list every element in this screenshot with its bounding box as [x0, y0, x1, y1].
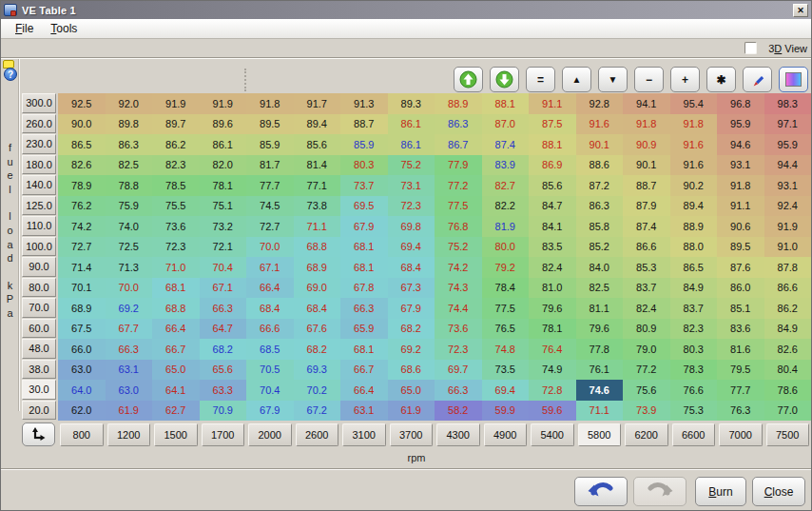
ve-cell[interactable]: 68.1	[340, 257, 388, 278]
ve-cell[interactable]: 86.1	[200, 134, 247, 155]
decrement-button[interactable]: ▼	[598, 67, 628, 92]
ve-cell[interactable]: 88.1	[529, 134, 576, 155]
ve-cell[interactable]: 77.2	[623, 360, 670, 381]
row-header-cell[interactable]: 125.0	[22, 196, 56, 216]
ve-cell[interactable]: 90.1	[576, 134, 624, 155]
ve-cell[interactable]: 83.7	[623, 278, 670, 299]
ve-cell[interactable]: 92.8	[576, 93, 624, 114]
ve-cell[interactable]: 93.1	[717, 155, 764, 176]
ve-cell[interactable]: 76.4	[529, 339, 576, 360]
ve-cell[interactable]: 69.2	[106, 298, 153, 319]
ve-cell[interactable]: 66.4	[152, 319, 200, 340]
export-down-button[interactable]	[490, 67, 519, 92]
undo-button[interactable]	[574, 477, 628, 506]
ve-cell[interactable]: 63.0	[106, 380, 153, 401]
row-header-cell[interactable]: 140.0	[22, 175, 56, 195]
ve-cell[interactable]: 91.7	[294, 93, 341, 114]
ve-cell[interactable]: 82.2	[482, 196, 530, 217]
ve-cell[interactable]: 91.9	[152, 93, 200, 114]
ve-cell[interactable]: 65.9	[340, 319, 388, 340]
ve-cell[interactable]: 84.9	[670, 278, 718, 299]
ve-cell[interactable]: 68.4	[246, 298, 294, 319]
ve-cell[interactable]: 88.6	[576, 155, 624, 176]
menu-tools[interactable]: Tools	[42, 20, 86, 37]
col-header-cell[interactable]: 3700	[390, 423, 434, 446]
ve-cell[interactable]: 77.1	[294, 175, 341, 196]
ve-cell[interactable]: 77.7	[246, 175, 294, 196]
ve-cell[interactable]: 61.9	[106, 401, 153, 422]
ve-cell[interactable]: 67.8	[340, 278, 388, 299]
ve-cell[interactable]: 66.3	[200, 298, 247, 319]
ve-cell[interactable]: 74.2	[435, 257, 482, 278]
ve-cell[interactable]: 70.2	[294, 380, 341, 401]
ve-cell[interactable]: 73.8	[294, 196, 341, 217]
row-header-cell[interactable]: 20.0	[22, 401, 56, 421]
ve-cell[interactable]: 92.4	[764, 196, 812, 217]
ve-cell[interactable]: 89.3	[388, 93, 435, 114]
col-header-cell[interactable]: 6600	[672, 423, 716, 446]
ve-cell[interactable]: 87.0	[482, 114, 530, 135]
ve-cell[interactable]: 84.7	[529, 196, 576, 217]
ve-cell[interactable]: 91.6	[670, 134, 718, 155]
row-header-cell[interactable]: 300.0	[22, 93, 56, 113]
ve-cell[interactable]: 94.4	[764, 155, 812, 176]
ve-cell[interactable]: 88.1	[482, 93, 530, 114]
ve-cell[interactable]: 72.3	[388, 196, 435, 217]
ve-cell[interactable]: 79.6	[529, 298, 576, 319]
ve-cell[interactable]: 77.8	[576, 339, 624, 360]
ve-cell[interactable]: 81.4	[294, 155, 341, 176]
ve-cell[interactable]: 89.8	[106, 114, 153, 135]
axis-swap-button[interactable]	[22, 423, 55, 446]
ve-cell[interactable]: 67.9	[340, 216, 388, 237]
ve-cell[interactable]: 75.5	[152, 196, 200, 217]
row-header-cell[interactable]: 100.0	[22, 237, 56, 257]
ve-cell[interactable]: 91.0	[764, 237, 812, 258]
ve-cell[interactable]: 80.3	[340, 155, 388, 176]
ve-cell[interactable]: 86.7	[435, 134, 482, 155]
ve-cell[interactable]: 78.9	[58, 175, 106, 196]
col-header-cell[interactable]: 5400	[531, 423, 574, 446]
close-button[interactable]: Close	[752, 477, 805, 506]
col-header-cell[interactable]: 2000	[248, 423, 292, 446]
ve-cell[interactable]: 72.7	[246, 216, 294, 237]
ve-cell[interactable]: 73.9	[623, 401, 670, 422]
ve-cell[interactable]: 79.2	[482, 257, 530, 278]
ve-cell[interactable]: 66.3	[106, 339, 153, 360]
ve-cell[interactable]: 78.3	[670, 360, 718, 381]
edit-pencil-button[interactable]	[743, 67, 772, 92]
ve-cell[interactable]: 68.6	[388, 360, 435, 381]
ve-cell[interactable]: 72.8	[529, 380, 576, 401]
ve-cell[interactable]: 70.4	[246, 380, 294, 401]
ve-cell[interactable]: 81.7	[246, 155, 294, 176]
ve-cell[interactable]: 91.9	[200, 93, 247, 114]
ve-cell[interactable]: 93.1	[764, 175, 812, 196]
ve-cell[interactable]: 76.6	[670, 380, 718, 401]
ve-cell[interactable]: 67.1	[246, 257, 294, 278]
ve-cell[interactable]: 95.9	[717, 114, 764, 135]
ve-cell[interactable]: 72.3	[152, 237, 200, 258]
ve-cell[interactable]: 84.9	[764, 319, 812, 340]
ve-cell[interactable]: 86.1	[388, 134, 435, 155]
ve-cell[interactable]: 62.0	[58, 401, 106, 422]
ve-cell[interactable]: 74.2	[58, 216, 106, 237]
ve-cell[interactable]: 89.6	[200, 114, 247, 135]
ve-cell[interactable]: 73.5	[482, 360, 530, 381]
ve-cell[interactable]: 71.4	[58, 257, 106, 278]
ve-cell[interactable]: 68.9	[58, 298, 106, 319]
ve-cell[interactable]: 86.2	[764, 298, 812, 319]
ve-cell[interactable]: 87.4	[623, 216, 670, 237]
ve-cell[interactable]: 70.9	[200, 401, 247, 422]
ve-cell[interactable]: 67.7	[106, 319, 153, 340]
ve-cell[interactable]: 91.9	[764, 216, 812, 237]
ve-cell[interactable]: 63.3	[200, 380, 247, 401]
ve-cell[interactable]: 94.1	[623, 93, 670, 114]
ve-cell[interactable]: 75.2	[388, 155, 435, 176]
ve-cell[interactable]: 86.9	[529, 155, 576, 176]
ve-cell[interactable]: 86.3	[435, 114, 482, 135]
row-header-cell[interactable]: 180.0	[22, 155, 56, 175]
ve-cell[interactable]: 98.3	[764, 93, 812, 114]
ve-cell[interactable]: 78.4	[482, 278, 530, 299]
ve-cell[interactable]: 61.9	[388, 401, 435, 422]
col-header-cell[interactable]: 6200	[625, 423, 668, 446]
ve-cell[interactable]: 82.5	[576, 278, 624, 299]
